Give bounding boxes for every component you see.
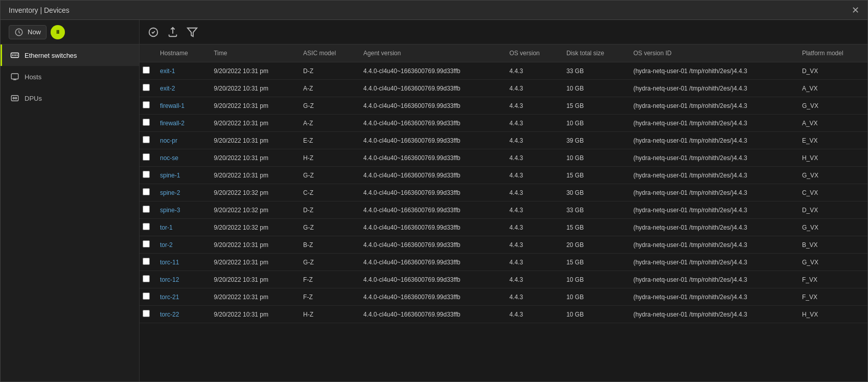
close-button[interactable]: ✕ xyxy=(852,6,859,15)
agent-version-cell: 4.4.0-cl4u40~1663600769.99d33ffb xyxy=(357,306,504,323)
row-checkbox[interactable] xyxy=(143,206,150,213)
hostname-cell: torc-22 xyxy=(154,306,208,323)
hostname-cell: torc-11 xyxy=(154,254,208,271)
row-checkbox[interactable] xyxy=(143,153,150,161)
disk-size-cell: 15 GB xyxy=(560,97,627,115)
row-checkbox[interactable] xyxy=(143,101,150,108)
table-row: exit-2 9/20/2022 10:31 pm A-Z 4.4.0-cl4u… xyxy=(140,80,867,97)
svg-rect-1 xyxy=(11,53,19,58)
content-area: Hostname Time ASIC model Agent version O… xyxy=(140,20,867,381)
table-row: firewall-2 9/20/2022 10:31 pm A-Z 4.4.0-… xyxy=(140,115,867,132)
agent-version-cell: 4.4.0-cl4u40~1663600769.99d33ffb xyxy=(357,115,504,132)
sidebar-item-dpus[interactable]: DPUs xyxy=(1,87,139,109)
asic-model-cell: F-Z xyxy=(297,271,357,288)
svg-point-11 xyxy=(15,98,17,99)
asic-model-cell: B-Z xyxy=(297,236,357,254)
row-checkbox-cell[interactable] xyxy=(140,236,154,254)
platform-model-cell: H_VX xyxy=(796,149,867,167)
os-version-id-cell: (hydra-netq-user-01 /tmp/rohith/2es/)4.4… xyxy=(627,149,796,167)
upload-icon[interactable] xyxy=(167,27,178,38)
row-checkbox[interactable] xyxy=(143,171,150,178)
os-version-id-cell: (hydra-netq-user-01 /tmp/rohith/2es/)4.4… xyxy=(627,236,796,254)
col-platform-model[interactable]: Platform model xyxy=(796,44,867,62)
platform-model-cell: D_VX xyxy=(796,201,867,219)
hostname-cell: tor-2 xyxy=(154,236,208,254)
disk-size-cell: 15 GB xyxy=(560,219,627,236)
time-cell: 9/20/2022 10:31 pm xyxy=(208,149,297,167)
row-checkbox-cell[interactable] xyxy=(140,288,154,306)
col-agent-version[interactable]: Agent version xyxy=(357,44,504,62)
time-cell: 9/20/2022 10:31 pm xyxy=(208,132,297,149)
os-version-cell: 4.4.3 xyxy=(503,149,560,167)
os-version-id-cell: (hydra-netq-user-01 /tmp/rohith/2es/)4.4… xyxy=(627,80,796,97)
time-cell: 9/20/2022 10:31 pm xyxy=(208,236,297,254)
filter-icon[interactable] xyxy=(187,27,198,38)
os-version-cell: 4.4.3 xyxy=(503,271,560,288)
sidebar-item-label: DPUs xyxy=(25,95,42,102)
row-checkbox[interactable] xyxy=(143,84,150,91)
disk-size-cell: 15 GB xyxy=(560,167,627,184)
row-checkbox-cell[interactable] xyxy=(140,184,154,201)
row-checkbox[interactable] xyxy=(143,119,150,126)
row-checkbox-cell[interactable] xyxy=(140,167,154,184)
table-row: torc-21 9/20/2022 10:31 pm F-Z 4.4.0-cl4… xyxy=(140,288,867,306)
row-checkbox[interactable] xyxy=(143,223,150,230)
col-time[interactable]: Time xyxy=(208,44,297,62)
play-pause-button[interactable]: ⏸ xyxy=(51,25,65,39)
disk-size-cell: 10 GB xyxy=(560,288,627,306)
os-version-cell: 4.4.3 xyxy=(503,132,560,149)
time-cell: 9/20/2022 10:32 pm xyxy=(208,219,297,236)
row-checkbox-cell[interactable] xyxy=(140,97,154,115)
os-version-id-cell: (hydra-netq-user-01 /tmp/rohith/2es/)4.4… xyxy=(627,132,796,149)
row-checkbox-cell[interactable] xyxy=(140,149,154,167)
col-disk-total-size[interactable]: Disk total size xyxy=(560,44,627,62)
row-checkbox[interactable] xyxy=(143,258,150,265)
disk-size-cell: 33 GB xyxy=(560,62,627,80)
platform-model-cell: G_VX xyxy=(796,254,867,271)
disk-size-cell: 10 GB xyxy=(560,306,627,323)
os-version-cell: 4.4.3 xyxy=(503,254,560,271)
agent-version-cell: 4.4.0-cl4u40~1663600769.99d33ffb xyxy=(357,132,504,149)
os-version-id-cell: (hydra-netq-user-01 /tmp/rohith/2es/)4.4… xyxy=(627,288,796,306)
col-os-version[interactable]: OS version xyxy=(503,44,560,62)
row-checkbox[interactable] xyxy=(143,275,150,282)
sidebar-item-hosts[interactable]: Hosts xyxy=(1,66,139,87)
agent-version-cell: 4.4.0-cl4u40~1663600769.99d33ffb xyxy=(357,62,504,80)
row-checkbox-cell[interactable] xyxy=(140,115,154,132)
sidebar-item-ethernet-switches[interactable]: Ethernet switches xyxy=(1,44,139,66)
row-checkbox[interactable] xyxy=(143,240,150,248)
row-checkbox-cell[interactable] xyxy=(140,271,154,288)
asic-model-cell: G-Z xyxy=(297,97,357,115)
agent-version-cell: 4.4.0-cl4u40~1663600769.99d33ffb xyxy=(357,288,504,306)
asic-model-cell: D-Z xyxy=(297,62,357,80)
table-body: exit-1 9/20/2022 10:31 pm D-Z 4.4.0-cl4u… xyxy=(140,62,867,323)
col-asic-model[interactable]: ASIC model xyxy=(297,44,357,62)
host-icon xyxy=(10,72,19,81)
col-hostname[interactable]: Hostname xyxy=(154,44,208,62)
row-checkbox[interactable] xyxy=(143,293,150,300)
row-checkbox-cell[interactable] xyxy=(140,306,154,323)
row-checkbox-cell[interactable] xyxy=(140,219,154,236)
asic-model-cell: C-Z xyxy=(297,184,357,201)
row-checkbox[interactable] xyxy=(143,136,150,143)
row-checkbox[interactable] xyxy=(143,66,150,74)
clock-icon xyxy=(14,28,24,37)
row-checkbox-cell[interactable] xyxy=(140,201,154,219)
row-checkbox-cell[interactable] xyxy=(140,132,154,149)
content-toolbar xyxy=(140,20,867,44)
row-checkbox-cell[interactable] xyxy=(140,80,154,97)
agent-version-cell: 4.4.0-cl4u40~1663600769.99d33ffb xyxy=(357,254,504,271)
os-version-id-cell: (hydra-netq-user-01 /tmp/rohith/2es/)4.4… xyxy=(627,219,796,236)
col-os-version-id[interactable]: OS version ID xyxy=(627,44,796,62)
check-circle-icon[interactable] xyxy=(148,27,159,38)
hostname-cell: noc-pr xyxy=(154,132,208,149)
row-checkbox[interactable] xyxy=(143,310,150,317)
time-cell: 9/20/2022 10:31 pm xyxy=(208,254,297,271)
row-checkbox-cell[interactable] xyxy=(140,62,154,80)
asic-model-cell: H-Z xyxy=(297,306,357,323)
row-checkbox-cell[interactable] xyxy=(140,254,154,271)
hostname-cell: firewall-1 xyxy=(154,97,208,115)
table-container[interactable]: Hostname Time ASIC model Agent version O… xyxy=(140,44,867,381)
time-selector[interactable]: Now xyxy=(9,25,47,39)
row-checkbox[interactable] xyxy=(143,188,150,195)
